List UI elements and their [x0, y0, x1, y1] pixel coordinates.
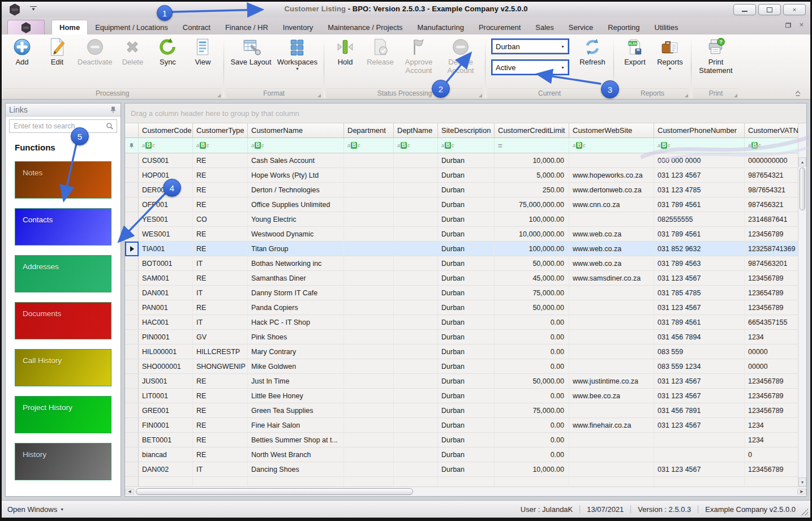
tab-manufacturing[interactable]: Manufacturing: [410, 20, 471, 35]
open-windows-button[interactable]: Open Windows ▼: [7, 505, 64, 514]
table-row-sam001[interactable]: SAM001RESamanthas DinerDurban45,000.00ww…: [125, 271, 798, 286]
function-documents[interactable]: Documents: [15, 302, 111, 339]
table-row-dan001[interactable]: DAN001ITDanny Storm IT CafeDurban75,000.…: [125, 286, 798, 300]
vertical-scroll-thumb[interactable]: [800, 167, 805, 210]
add-button[interactable]: Add: [5, 36, 40, 66]
filter-cell-customervatno[interactable]: aBc: [745, 138, 798, 153]
table-row-hil000001[interactable]: HIL000001HILLCRESTPMary ContraryDurban0.…: [125, 345, 798, 359]
filter-cell-customername[interactable]: aBc: [248, 138, 344, 153]
tab-reporting[interactable]: Reporting: [600, 20, 647, 35]
workspaces-button[interactable]: Workspaces▼: [274, 36, 320, 71]
table-row-fin0001[interactable]: FIN0001REFine Hair SalonDurban0.00www.fi…: [125, 418, 798, 433]
column-header-deptname[interactable]: DeptName: [394, 123, 438, 138]
close-button[interactable]: ×: [783, 4, 806, 15]
filter-cell-customerphonenumber[interactable]: aBc: [654, 138, 745, 153]
table-row-dan002[interactable]: DAN002ITDancing ShoesDurban10,000.00031 …: [125, 462, 798, 477]
table-row-wes001[interactable]: WES001REWestwood DynamicDurban10,000,000…: [125, 227, 798, 242]
scroll-up-icon[interactable]: ▲: [798, 157, 806, 166]
table-row-bot0001[interactable]: BOT0001ITBothas Networking incDurban50,0…: [125, 256, 798, 271]
filter-cell-sitedescription[interactable]: aBc: [438, 138, 495, 153]
tab-procurement[interactable]: Procurement: [471, 20, 528, 35]
function-notes[interactable]: Notes: [15, 161, 111, 199]
status-filter-value: Active: [496, 63, 515, 72]
column-header-customercode[interactable]: CustomerCode: [139, 123, 193, 138]
function-contacts[interactable]: Contacts: [15, 208, 111, 246]
filter-cell-customercreditlimit[interactable]: =: [495, 138, 569, 153]
reports-button[interactable]: Reports▼: [652, 36, 688, 71]
table-row-der001[interactable]: DER001REDerton / TechnologiesDurban250.0…: [125, 183, 798, 197]
chevron-down-icon[interactable]: ▼: [561, 66, 565, 70]
filter-cell-customertype[interactable]: aBc: [193, 138, 248, 153]
table-row-cus001[interactable]: CUS001RECash Sales AccountDurban10,000.0…: [125, 153, 798, 168]
print-statement-button[interactable]: ?Print Statement: [695, 36, 737, 75]
tab-maintenance-projects[interactable]: Maintenance / Projects: [320, 20, 410, 35]
function-history[interactable]: History: [15, 443, 111, 480]
hold-button[interactable]: Hold: [328, 36, 363, 66]
table-row-bet0001[interactable]: BET0001REBetties Summer Shop at t...Durb…: [125, 433, 798, 447]
mdi-restore-icon[interactable]: [785, 23, 791, 28]
table-row-hac001[interactable]: HAC001ITHack PC - IT ShopDurban0.00031 7…: [125, 315, 798, 330]
tab-contract[interactable]: Contract: [175, 20, 218, 35]
column-header-customerphonenumber[interactable]: CustomerPhoneNumber: [654, 123, 745, 138]
view-button[interactable]: View: [185, 36, 220, 66]
minimize-button[interactable]: [733, 4, 756, 15]
maximize-button[interactable]: [758, 4, 781, 15]
table-row-off001[interactable]: OFF001REOffice Supplies UnlimitedDurban7…: [125, 197, 798, 212]
mdi-close-icon[interactable]: ×: [799, 22, 804, 28]
group-by-panel[interactable]: Drag a column header here to group by th…: [125, 104, 806, 123]
table-row-biancad[interactable]: biancadRENorth West BranchDurban0.000: [125, 447, 798, 462]
scroll-right-icon[interactable]: ▶: [797, 489, 806, 494]
application-menu-button[interactable]: [7, 20, 45, 35]
table-row-sho000001[interactable]: SHO000001SHONGWENIPMike GoldwenDurban0.0…: [125, 359, 798, 374]
function-addresses[interactable]: Addresses: [15, 255, 111, 292]
function-call-history[interactable]: Call History: [15, 349, 111, 386]
collapse-ribbon-icon[interactable]: [793, 89, 802, 98]
refresh-button[interactable]: Refresh: [575, 36, 610, 66]
indicator-column-header[interactable]: [125, 123, 139, 138]
column-header-customercreditlimit[interactable]: CustomerCreditLimit: [495, 123, 569, 138]
filter-cell[interactable]: [125, 138, 139, 153]
sync-button[interactable]: Sync: [150, 36, 185, 66]
filter-cell-customerwebsite[interactable]: aBc: [569, 138, 654, 153]
column-header-department[interactable]: Department: [344, 123, 394, 138]
table-row-gre001[interactable]: GRE001REGreen Tea SuppliesDurban75,000.0…: [125, 403, 798, 418]
filter-cell-department[interactable]: aBc: [344, 138, 394, 153]
table-row-pin0001[interactable]: PIN0001GVPink ShoesDurban0.00031 456 789…: [125, 330, 798, 345]
table-row-hop001[interactable]: HOP001REHope Works (Pty) LtdDurban5,000.…: [125, 168, 798, 183]
scroll-down-icon[interactable]: ▼: [798, 477, 806, 486]
column-header-sitedescription[interactable]: SiteDescription: [438, 123, 495, 138]
table-row-lit0001[interactable]: LIT0001RELittle Bee HoneyDurban0.00www.b…: [125, 389, 798, 403]
function-project-history[interactable]: Project History: [15, 396, 111, 433]
horizontal-scrollbar[interactable]: ◀ ▶: [125, 486, 806, 496]
tab-sales[interactable]: Sales: [528, 20, 561, 35]
column-header-customername[interactable]: CustomerName: [248, 123, 344, 138]
tab-inventory[interactable]: Inventory: [276, 20, 320, 35]
column-header-customervatno[interactable]: CustomerVATNo: [745, 123, 798, 138]
table-row-yes001[interactable]: YES001COYoung ElectricDurban100,000.0008…: [125, 212, 798, 227]
filter-cell-deptname[interactable]: aBc: [394, 138, 438, 153]
vertical-scrollbar[interactable]: ▲ ▼: [798, 123, 806, 486]
tab-finance-hr[interactable]: Finance / HR: [218, 20, 276, 35]
site-filter-combo[interactable]: Durban▼: [492, 40, 568, 53]
tab-home[interactable]: Home: [51, 20, 88, 35]
search-input[interactable]: [12, 122, 106, 131]
tab-utilities[interactable]: Utilities: [647, 20, 686, 35]
scroll-left-icon[interactable]: ◀: [125, 489, 134, 494]
export-button[interactable]: XLSXExport: [617, 36, 652, 66]
table-row-tia001[interactable]: TIA001RETitan GroupDurban100,000.00www.w…: [125, 242, 798, 256]
edit-button[interactable]: Edit: [40, 36, 75, 66]
chevron-down-icon[interactable]: ▼: [561, 45, 565, 49]
table-row-jus001[interactable]: JUS001REJust In TimeDurban50,000.00www.j…: [125, 374, 798, 389]
filter-cell-customercode[interactable]: aBc: [139, 138, 193, 153]
column-header-customerwebsite[interactable]: CustomerWebSite: [569, 123, 654, 138]
table-row-pan001[interactable]: PAN001REPanda CopiersDurban50,000.00031 …: [125, 300, 798, 315]
column-header-customertype[interactable]: CustomerType: [193, 123, 248, 138]
save-layout-button[interactable]: Save Layout: [227, 36, 274, 66]
resize-grip[interactable]: [801, 509, 808, 515]
tab-service[interactable]: Service: [561, 20, 600, 35]
tab-equipment-locations[interactable]: Equipment / Locations: [88, 20, 175, 35]
pin-icon[interactable]: [109, 106, 117, 114]
status-filter-combo[interactable]: Active▼: [492, 61, 568, 74]
horizontal-scroll-thumb[interactable]: [136, 488, 413, 495]
search-icon[interactable]: [106, 122, 114, 130]
